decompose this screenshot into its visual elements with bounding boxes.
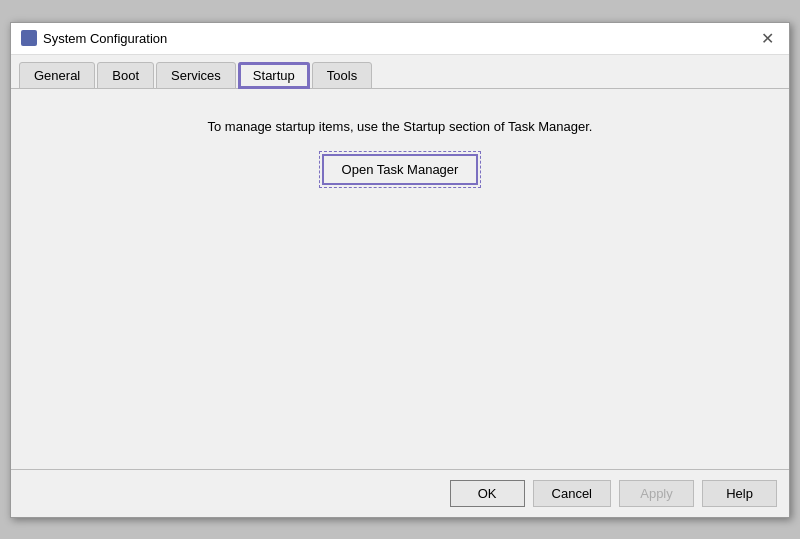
window-icon [21,30,37,46]
tab-startup[interactable]: Startup [238,62,310,89]
title-bar-left: System Configuration [21,30,167,46]
tab-general[interactable]: General [19,62,95,89]
tab-services[interactable]: Services [156,62,236,89]
close-button[interactable]: ✕ [755,26,779,50]
tab-tools[interactable]: Tools [312,62,372,89]
help-button[interactable]: Help [702,480,777,507]
tab-boot[interactable]: Boot [97,62,154,89]
content-area: To manage startup items, use the Startup… [11,89,789,469]
info-text: To manage startup items, use the Startup… [208,119,593,134]
tab-bar: General Boot Services Startup Tools [11,55,789,89]
ok-button[interactable]: OK [450,480,525,507]
window-title: System Configuration [43,31,167,46]
title-bar: System Configuration ✕ [11,23,789,55]
button-bar: OK Cancel Apply Help [11,469,789,517]
system-configuration-window: System Configuration ✕ General Boot Serv… [10,22,790,518]
cancel-button[interactable]: Cancel [533,480,611,507]
open-task-manager-button[interactable]: Open Task Manager [322,154,479,185]
apply-button[interactable]: Apply [619,480,694,507]
